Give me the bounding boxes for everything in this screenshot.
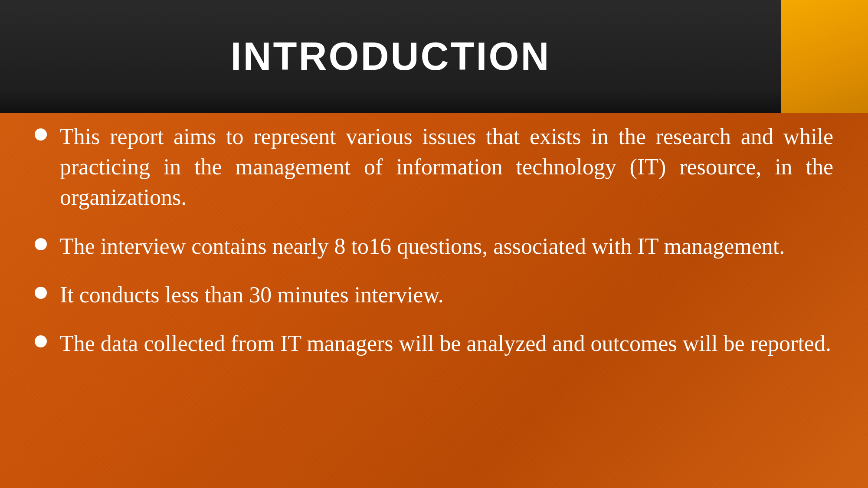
- content-area: This report aims to represent various is…: [35, 121, 833, 462]
- bullet-text-1: This report aims to represent various is…: [60, 121, 833, 213]
- bullet-text-4: The data collected from IT managers will…: [60, 328, 833, 359]
- slide-title: INTRODUCTION: [231, 34, 551, 79]
- bullet-item-4: The data collected from IT managers will…: [35, 328, 833, 359]
- header-bar: INTRODUCTION: [0, 0, 781, 113]
- bullet-text-3: It conducts less than 30 minutes intervi…: [60, 280, 833, 310]
- bullet-dot-3: [35, 287, 47, 299]
- bullet-dot-4: [35, 335, 47, 347]
- top-right-decoration: [781, 0, 868, 113]
- bullet-item-3: It conducts less than 30 minutes intervi…: [35, 280, 833, 310]
- bullet-dot-2: [35, 238, 47, 250]
- bullet-text-2: The interview contains nearly 8 to16 que…: [60, 231, 833, 262]
- bullet-item-1: This report aims to represent various is…: [35, 121, 833, 213]
- bullet-item-2: The interview contains nearly 8 to16 que…: [35, 231, 833, 262]
- bullet-dot-1: [35, 128, 47, 141]
